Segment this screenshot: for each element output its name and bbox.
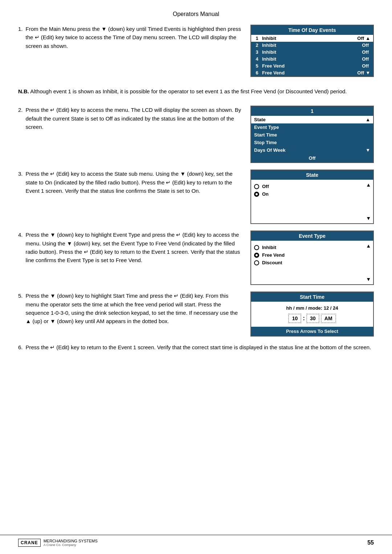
state-on-row: On bbox=[254, 190, 370, 198]
step-1-num: 1. bbox=[18, 25, 23, 33]
scroll-down-arrow: ▼ bbox=[366, 70, 370, 76]
state-body: ▲ Off On ▼ bbox=[251, 180, 373, 223]
etype-inhibit-label: Inhibit bbox=[262, 245, 276, 250]
step-6-row: 6. Press the ↵ (Edit) key to return to t… bbox=[18, 343, 374, 351]
page-title: Operators Manual bbox=[18, 11, 374, 17]
etype-screen-col: Event Type ▲ Inhibit Free Vend Discount bbox=[250, 231, 374, 285]
scroll-down-arrow-event: ▼ bbox=[366, 147, 370, 153]
event1-daysofweek-label: Days Of Week bbox=[254, 147, 285, 153]
stime-header: Start Time bbox=[251, 292, 373, 302]
nb-text: Although event 1 is shown as Inhibit, it… bbox=[29, 88, 347, 94]
step-6-text: 6. Press the ↵ (Edit) key to return to t… bbox=[18, 343, 374, 351]
state-scroll-down: ▼ bbox=[366, 215, 371, 221]
step-3-num: 3. bbox=[18, 170, 23, 178]
event1-screen: 1 State ▲ Event Type Start Time Stop Tim… bbox=[250, 106, 374, 163]
etype-scroll-up: ▲ bbox=[366, 243, 371, 249]
tod-row-6-label: Free Vend bbox=[262, 70, 357, 76]
step-4-num: 4. bbox=[18, 231, 23, 239]
step-2-content: Press the ↵ (Edit) key to access the men… bbox=[26, 106, 243, 131]
step-3-row: 3. Press the ↵ (Edit) key to access the … bbox=[18, 170, 374, 224]
stime-hour-box: 10 bbox=[288, 314, 301, 323]
tod-row-4: 4 Inhibit Off bbox=[251, 56, 373, 62]
stime-ampm-box: AM bbox=[321, 314, 336, 323]
step-4-text: 4. Press the ▼ (down) key to highlight E… bbox=[18, 231, 243, 264]
step-5-num: 5. bbox=[18, 292, 23, 300]
etype-discount-radio bbox=[254, 260, 259, 265]
tod-row-4-num: 4 bbox=[254, 56, 260, 62]
event1-starttime-row: Start Time bbox=[251, 131, 373, 139]
step-6-num: 6. bbox=[18, 343, 23, 351]
stime-body: hh / mm / mode: 12 / 24 10 : 30 AM bbox=[251, 302, 373, 327]
step-1-content: From the Main Menu press the ▼ (down) ke… bbox=[26, 25, 243, 50]
step-5-row: 5. Press the ▼ (down) key to highlight S… bbox=[18, 292, 374, 337]
step-3-text: 3. Press the ↵ (Edit) key to access the … bbox=[18, 170, 243, 195]
tod-row-3-val: Off bbox=[362, 49, 369, 55]
step-1-text: 1. From the Main Menu press the ▼ (down)… bbox=[18, 25, 243, 50]
state-off-row: Off bbox=[254, 183, 370, 190]
stime-minute-box: 30 bbox=[306, 314, 319, 323]
tod-row-1-num: 1 bbox=[254, 36, 260, 41]
event1-state-row: State ▲ bbox=[251, 116, 373, 123]
event1-stoptime-row: Stop Time bbox=[251, 139, 373, 146]
tod-row-2-num: 2 bbox=[254, 42, 260, 48]
state-screen-col: State ▲ Off On ▼ bbox=[250, 170, 374, 224]
tod-row-6: 6 Free Vend Off ▼ bbox=[251, 69, 373, 76]
event1-status: Off bbox=[251, 154, 373, 162]
etype-freevend-row: Free Vend bbox=[254, 251, 370, 259]
tod-row-2-val: Off bbox=[362, 42, 369, 48]
footer-crane-box: CRANE bbox=[18, 539, 41, 547]
footer-brand: CRANE MERCHANDISING SYSTEMS A Crane Co. … bbox=[18, 539, 98, 547]
tod-row-2: 2 Inhibit Off bbox=[251, 42, 373, 49]
event1-starttime-label: Start Time bbox=[254, 132, 277, 138]
tod-row-5-label: Free Vend bbox=[262, 63, 362, 69]
state-scroll-up: ▲ bbox=[366, 182, 371, 188]
step-5-content: Press the ▼ (down) key to highlight Star… bbox=[26, 292, 243, 325]
etype-inhibit-row: Inhibit bbox=[254, 244, 370, 251]
tod-row-3-label: Inhibit bbox=[262, 49, 362, 55]
step-1-row: 1. From the Main Menu press the ▼ (down)… bbox=[18, 25, 374, 77]
scroll-up-arrow-event: ▲ bbox=[366, 117, 370, 122]
step-3-content: Press the ↵ (Edit) key to access the Sta… bbox=[26, 170, 243, 195]
tod-row-6-num: 6 bbox=[254, 70, 260, 76]
event1-header: 1 bbox=[251, 106, 373, 116]
state-on-label: On bbox=[262, 191, 269, 197]
etype-freevend-radio bbox=[254, 253, 259, 258]
tod-row-4-val: Off bbox=[362, 56, 369, 62]
footer-systems-area: MERCHANDISING SYSTEMS A Crane Co. Compan… bbox=[44, 539, 98, 547]
state-header: State bbox=[251, 170, 373, 180]
stime-footer: Press Arrows To Select bbox=[251, 327, 373, 336]
step-4-row: 4. Press the ▼ (down) key to highlight E… bbox=[18, 231, 374, 285]
stime-screen-col: Start Time hh / mm / mode: 12 / 24 10 : … bbox=[250, 292, 374, 337]
page-footer: CRANE MERCHANDISING SYSTEMS A Crane Co. … bbox=[0, 535, 392, 547]
etype-scroll-down: ▼ bbox=[366, 276, 371, 282]
step-2-row: 2. Press the ↵ (Edit) key to access the … bbox=[18, 106, 374, 163]
tod-row-1-label: Inhibit bbox=[262, 36, 357, 41]
etype-freevend-label: Free Vend bbox=[262, 252, 285, 258]
step-2-text: 2. Press the ↵ (Edit) key to access the … bbox=[18, 106, 243, 131]
step-6-content: Press the ↵ (Edit) key to return to the … bbox=[26, 343, 374, 351]
scroll-up-arrow: ▲ bbox=[366, 36, 370, 41]
event1-eventtype-row: Event Type bbox=[251, 123, 373, 131]
event1-eventtype-label: Event Type bbox=[254, 125, 279, 130]
tod-row-3: 3 Inhibit Off bbox=[251, 49, 373, 56]
etype-inhibit-radio bbox=[254, 245, 259, 250]
step-4-content: Press the ▼ (down) key to highlight Even… bbox=[26, 231, 243, 264]
footer-page-number: 55 bbox=[367, 539, 374, 546]
tod-row-5-num: 5 bbox=[254, 63, 260, 69]
tod-row-1-val: Off bbox=[357, 36, 364, 41]
footer-brand-sub: A Crane Co. Company bbox=[44, 543, 98, 547]
content-area: 1. From the Main Menu press the ▼ (down)… bbox=[18, 25, 374, 352]
etype-discount-label: Discount bbox=[262, 260, 282, 265]
tod-row-5: 5 Free Vend Off bbox=[251, 62, 373, 69]
tod-row-1: 1 Inhibit Off ▲ bbox=[251, 35, 373, 42]
stime-colon: : bbox=[303, 315, 305, 322]
tod-row-3-num: 3 bbox=[254, 49, 260, 55]
step-2-num: 2. bbox=[18, 106, 23, 114]
etype-header: Event Type bbox=[251, 231, 373, 241]
step-5-text: 5. Press the ▼ (down) key to highlight S… bbox=[18, 292, 243, 325]
event1-daysofweek-row: Days Of Week ▼ bbox=[251, 146, 373, 154]
stime-mode-row: hh / mm / mode: 12 / 24 bbox=[256, 305, 369, 311]
event1-stoptime-label: Stop Time bbox=[254, 140, 277, 145]
state-off-label: Off bbox=[262, 184, 269, 189]
tod-screen: Time Of Day Events 1 Inhibit Off ▲ 2 Inh… bbox=[250, 25, 374, 77]
